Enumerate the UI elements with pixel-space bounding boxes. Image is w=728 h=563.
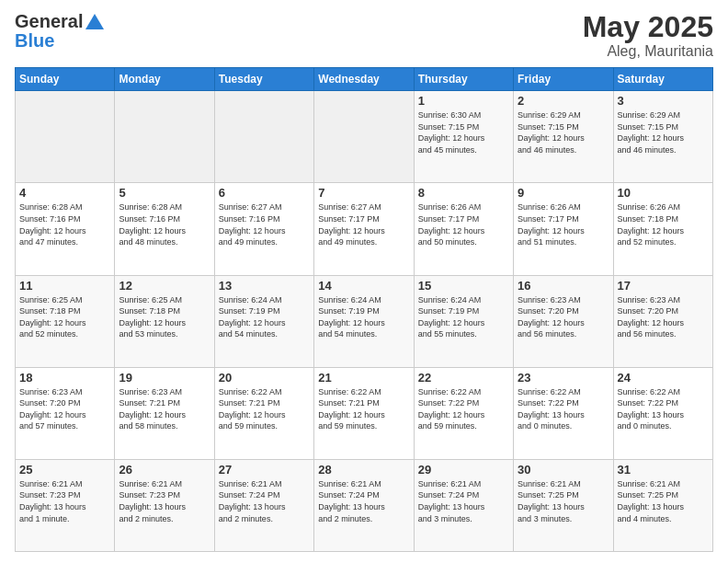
day-number: 19 (119, 371, 210, 385)
day-number: 10 (618, 186, 709, 200)
day-info: Sunrise: 6:28 AM Sunset: 7:16 PM Dayligh… (119, 201, 210, 247)
calendar-week-row: 4Sunrise: 6:28 AM Sunset: 7:16 PM Daylig… (16, 183, 713, 275)
day-number: 4 (19, 186, 110, 200)
calendar-cell: 13Sunrise: 6:24 AM Sunset: 7:19 PM Dayli… (214, 275, 313, 367)
month-title: May 2025 (583, 11, 713, 43)
calendar-cell: 10Sunrise: 6:26 AM Sunset: 7:18 PM Dayli… (613, 183, 712, 275)
page: General Blue May 2025 Aleg, Mauritania S… (0, 0, 728, 563)
day-number: 3 (618, 94, 709, 108)
day-info: Sunrise: 6:25 AM Sunset: 7:18 PM Dayligh… (119, 294, 210, 340)
day-info: Sunrise: 6:26 AM Sunset: 7:18 PM Dayligh… (618, 201, 709, 247)
calendar-cell: 11Sunrise: 6:25 AM Sunset: 7:18 PM Dayli… (16, 275, 115, 367)
day-number: 11 (19, 279, 110, 293)
day-of-week-header: Friday (514, 68, 613, 91)
day-number: 5 (119, 186, 210, 200)
header: General Blue May 2025 Aleg, Mauritania (15, 11, 713, 60)
day-info: Sunrise: 6:23 AM Sunset: 7:21 PM Dayligh… (119, 386, 210, 432)
calendar-cell: 26Sunrise: 6:21 AM Sunset: 7:23 PM Dayli… (115, 459, 214, 551)
day-of-week-header: Saturday (613, 68, 712, 91)
calendar-cell: 27Sunrise: 6:21 AM Sunset: 7:24 PM Dayli… (214, 459, 313, 551)
day-number: 15 (418, 279, 509, 293)
day-info: Sunrise: 6:22 AM Sunset: 7:21 PM Dayligh… (318, 386, 409, 432)
day-number: 13 (219, 279, 310, 293)
day-info: Sunrise: 6:25 AM Sunset: 7:18 PM Dayligh… (19, 294, 110, 340)
day-number: 29 (418, 463, 509, 477)
day-of-week-header: Tuesday (214, 68, 313, 91)
calendar-cell: 20Sunrise: 6:22 AM Sunset: 7:21 PM Dayli… (214, 367, 313, 459)
calendar-cell (214, 91, 313, 183)
day-number: 12 (119, 279, 210, 293)
day-number: 23 (518, 371, 609, 385)
calendar-table: SundayMondayTuesdayWednesdayThursdayFrid… (15, 67, 713, 552)
day-info: Sunrise: 6:21 AM Sunset: 7:24 PM Dayligh… (418, 478, 509, 524)
day-number: 14 (318, 279, 409, 293)
day-of-week-header: Wednesday (314, 68, 414, 91)
day-number: 18 (19, 371, 110, 385)
header-row: SundayMondayTuesdayWednesdayThursdayFrid… (16, 68, 713, 91)
logo-icon (85, 13, 105, 31)
calendar-cell: 5Sunrise: 6:28 AM Sunset: 7:16 PM Daylig… (115, 183, 214, 275)
calendar-cell: 4Sunrise: 6:28 AM Sunset: 7:16 PM Daylig… (16, 183, 115, 275)
calendar-week-row: 11Sunrise: 6:25 AM Sunset: 7:18 PM Dayli… (16, 275, 713, 367)
day-of-week-header: Thursday (414, 68, 513, 91)
calendar-cell: 21Sunrise: 6:22 AM Sunset: 7:21 PM Dayli… (314, 367, 414, 459)
calendar-cell: 28Sunrise: 6:21 AM Sunset: 7:24 PM Dayli… (314, 459, 414, 551)
calendar-cell: 3Sunrise: 6:29 AM Sunset: 7:15 PM Daylig… (613, 91, 712, 183)
calendar-cell: 7Sunrise: 6:27 AM Sunset: 7:17 PM Daylig… (314, 183, 414, 275)
day-of-week-header: Monday (115, 68, 214, 91)
calendar-cell: 12Sunrise: 6:25 AM Sunset: 7:18 PM Dayli… (115, 275, 214, 367)
day-number: 9 (518, 186, 609, 200)
calendar-cell (115, 91, 214, 183)
calendar-cell: 6Sunrise: 6:27 AM Sunset: 7:16 PM Daylig… (214, 183, 313, 275)
day-info: Sunrise: 6:21 AM Sunset: 7:25 PM Dayligh… (518, 478, 609, 524)
day-info: Sunrise: 6:29 AM Sunset: 7:15 PM Dayligh… (618, 109, 709, 155)
day-info: Sunrise: 6:28 AM Sunset: 7:16 PM Dayligh… (19, 201, 110, 247)
day-info: Sunrise: 6:22 AM Sunset: 7:21 PM Dayligh… (219, 386, 310, 432)
calendar-week-row: 18Sunrise: 6:23 AM Sunset: 7:20 PM Dayli… (16, 367, 713, 459)
day-info: Sunrise: 6:23 AM Sunset: 7:20 PM Dayligh… (518, 294, 609, 340)
logo: General Blue (15, 11, 105, 52)
calendar-cell: 25Sunrise: 6:21 AM Sunset: 7:23 PM Dayli… (16, 459, 115, 551)
day-number: 20 (219, 371, 310, 385)
calendar-header: SundayMondayTuesdayWednesdayThursdayFrid… (16, 68, 713, 91)
day-info: Sunrise: 6:26 AM Sunset: 7:17 PM Dayligh… (418, 201, 509, 247)
day-number: 1 (418, 94, 509, 108)
svg-marker-0 (85, 14, 104, 29)
location-title: Aleg, Mauritania (583, 43, 713, 60)
day-of-week-header: Sunday (16, 68, 115, 91)
day-info: Sunrise: 6:23 AM Sunset: 7:20 PM Dayligh… (19, 386, 110, 432)
calendar-cell: 2Sunrise: 6:29 AM Sunset: 7:15 PM Daylig… (514, 91, 613, 183)
calendar-week-row: 25Sunrise: 6:21 AM Sunset: 7:23 PM Dayli… (16, 459, 713, 551)
day-number: 24 (618, 371, 709, 385)
calendar-cell: 17Sunrise: 6:23 AM Sunset: 7:20 PM Dayli… (613, 275, 712, 367)
calendar-body: 1Sunrise: 6:30 AM Sunset: 7:15 PM Daylig… (16, 91, 713, 552)
calendar-cell: 15Sunrise: 6:24 AM Sunset: 7:19 PM Dayli… (414, 275, 513, 367)
day-info: Sunrise: 6:27 AM Sunset: 7:16 PM Dayligh… (219, 201, 310, 247)
day-number: 6 (219, 186, 310, 200)
day-info: Sunrise: 6:22 AM Sunset: 7:22 PM Dayligh… (618, 386, 709, 432)
calendar-cell: 23Sunrise: 6:22 AM Sunset: 7:22 PM Dayli… (514, 367, 613, 459)
calendar-cell: 19Sunrise: 6:23 AM Sunset: 7:21 PM Dayli… (115, 367, 214, 459)
day-info: Sunrise: 6:21 AM Sunset: 7:24 PM Dayligh… (318, 478, 409, 524)
calendar-cell: 8Sunrise: 6:26 AM Sunset: 7:17 PM Daylig… (414, 183, 513, 275)
day-info: Sunrise: 6:24 AM Sunset: 7:19 PM Dayligh… (219, 294, 310, 340)
day-number: 7 (318, 186, 409, 200)
calendar-cell: 24Sunrise: 6:22 AM Sunset: 7:22 PM Dayli… (613, 367, 712, 459)
day-info: Sunrise: 6:24 AM Sunset: 7:19 PM Dayligh… (318, 294, 409, 340)
calendar-cell: 1Sunrise: 6:30 AM Sunset: 7:15 PM Daylig… (414, 91, 513, 183)
day-number: 16 (518, 279, 609, 293)
day-number: 2 (518, 94, 609, 108)
day-number: 27 (219, 463, 310, 477)
calendar-cell: 18Sunrise: 6:23 AM Sunset: 7:20 PM Dayli… (16, 367, 115, 459)
calendar-week-row: 1Sunrise: 6:30 AM Sunset: 7:15 PM Daylig… (16, 91, 713, 183)
day-info: Sunrise: 6:26 AM Sunset: 7:17 PM Dayligh… (518, 201, 609, 247)
day-info: Sunrise: 6:24 AM Sunset: 7:19 PM Dayligh… (418, 294, 509, 340)
day-number: 17 (618, 279, 709, 293)
title-block: May 2025 Aleg, Mauritania (583, 11, 713, 60)
day-info: Sunrise: 6:22 AM Sunset: 7:22 PM Dayligh… (418, 386, 509, 432)
day-number: 26 (119, 463, 210, 477)
calendar-cell: 16Sunrise: 6:23 AM Sunset: 7:20 PM Dayli… (514, 275, 613, 367)
calendar-cell: 22Sunrise: 6:22 AM Sunset: 7:22 PM Dayli… (414, 367, 513, 459)
calendar-cell: 29Sunrise: 6:21 AM Sunset: 7:24 PM Dayli… (414, 459, 513, 551)
day-number: 30 (518, 463, 609, 477)
